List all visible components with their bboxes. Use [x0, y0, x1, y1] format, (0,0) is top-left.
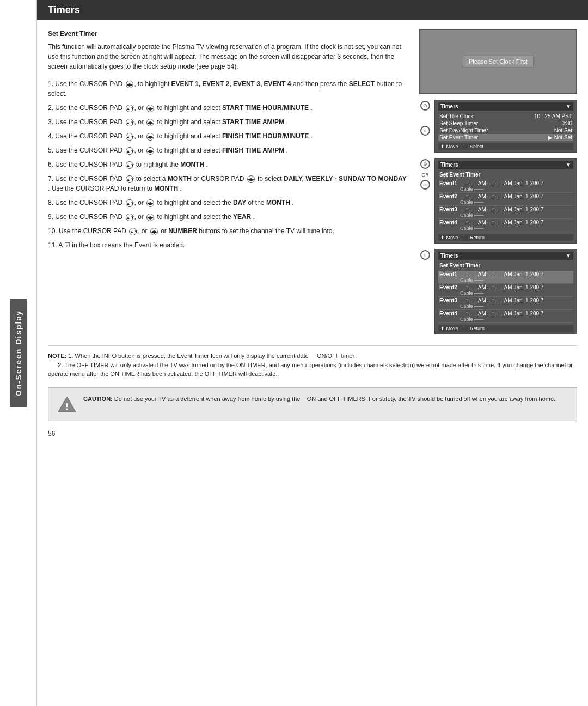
event-row: Event4 – : – – AM – : – – AM Jan. 1 200 …	[438, 219, 573, 232]
footer-move: ⬆ Move	[440, 144, 458, 149]
list-item: 5. Use the CURSOR PAD ▲▼, or ◀▶ to highl…	[48, 145, 408, 155]
cursor-pad-icon: ◀▶	[150, 228, 158, 235]
warning-triangle-icon: !	[57, 394, 77, 414]
screen4-icons: ○	[419, 249, 431, 260]
screen2-menu: Timers ▼ Set The Clock 10 : 25 AM PST Se…	[434, 100, 577, 153]
footer-return: ⬛ Return	[463, 235, 485, 240]
step-num: 8.	[48, 199, 55, 206]
screen3-wrapper: ⊖ OR ○· Timers ▼ Set Event Timer Event1 …	[419, 158, 577, 244]
menu-row: Set Day/Night Timer Not Set	[438, 127, 573, 134]
screen2-title: Timers ▼	[438, 102, 573, 111]
sidebar-label: On-Screen Display	[10, 299, 27, 407]
circle-icon-5: ○	[420, 250, 430, 260]
note-label: NOTE:	[48, 352, 66, 359]
row-label: Set The Clock	[439, 113, 474, 119]
steps-list: 1. Use the CURSOR PAD ◀▶, to highlight E…	[48, 79, 408, 250]
intro-paragraph: This function will automatically operate…	[48, 42, 408, 71]
cursor-pad-icon: ◀▶	[146, 133, 154, 141]
caution-label: CAUTION:	[83, 395, 113, 402]
cursor-pad-icon: ▲▼	[129, 228, 137, 235]
caution-body: Do not use your TV as a deterrent when a…	[114, 395, 555, 402]
caution-text: CAUTION: Do not use your TV as a deterre…	[83, 394, 555, 404]
menu-row: Set Sleep Timer 0:30	[438, 120, 573, 127]
screen4-title-text: Timers	[440, 253, 458, 259]
step-num: 7.	[48, 175, 55, 182]
step-num: 3.	[48, 118, 55, 126]
menu-row-highlighted: Set Event Timer ▶ Not Set	[438, 134, 573, 141]
screen2-title-text: Timers	[440, 104, 458, 109]
sidebar-line	[36, 0, 37, 706]
caution-box: ! CAUTION: Do not use your TV as a deter…	[48, 387, 577, 421]
sidebar: On-Screen Display	[0, 0, 37, 706]
event-source: Cable ——	[439, 303, 572, 309]
cursor-pad-icon: ◀▶	[146, 147, 154, 155]
event-source: Cable ——	[439, 186, 572, 192]
event-source: Cable ——	[439, 226, 572, 231]
cursor-pad-icon: ▲▼	[126, 214, 133, 221]
list-item: 3. Use the CURSOR PAD ▲▼, or ◀▶ to highl…	[48, 117, 408, 127]
circle-icon-1: ⊖	[420, 101, 430, 111]
event-name: Event4	[439, 220, 460, 226]
cursor-pad-icon: ▲▼	[126, 147, 133, 155]
screen2-wrapper: ⊖ ○ Timers ▼ Set The Clock 10 : 25 AM PS…	[419, 100, 577, 153]
list-item: 7. Use the CURSOR PAD ▲▼ to select a MON…	[48, 174, 408, 193]
event-row: Event2 – : – – AM – : – – AM Jan. 1 200 …	[438, 284, 573, 297]
screen3-title-text: Timers	[440, 162, 458, 168]
event-source: Cable ——	[439, 290, 572, 296]
row-label: Set Event Timer	[439, 135, 478, 141]
event-time: – : – – AM – : – – AM Jan. 1 200 7	[462, 180, 544, 186]
page-number: 56	[48, 430, 577, 437]
screen3-arrow: ▼	[566, 162, 571, 168]
row-value: 10 : 25 AM PST	[534, 113, 572, 119]
screen3-title: Timers ▼	[438, 161, 573, 169]
screen4-subtitle: Set Event Timer	[438, 262, 573, 269]
note-item-2: 2. The OFF TIMER will only activate if t…	[48, 362, 573, 378]
list-item: 11. A ☑ in the box means the Event is en…	[48, 240, 408, 250]
screen3-icons: ⊖ OR ○·	[419, 158, 431, 190]
cursor-pad-icon: ◀▶	[146, 105, 154, 112]
row-label: Set Sleep Timer	[439, 120, 478, 126]
step-num: 1.	[48, 80, 55, 88]
step-num: 6.	[48, 161, 55, 168]
event-source: Cable ——	[439, 212, 572, 218]
text-column: Set Event Timer This function will autom…	[48, 29, 408, 334]
event-row: Event4 – : – – AM – : – – AM Jan. 1 200 …	[438, 310, 573, 323]
screen1-tv: Please Set Clock First	[419, 29, 577, 94]
step-num: 4.	[48, 132, 55, 140]
event-row: Event3 – : – – AM – : – – AM Jan. 1 200 …	[438, 297, 573, 310]
event-name: Event3	[439, 206, 460, 212]
event-source: Cable ——	[439, 277, 572, 283]
event-name: Event3	[439, 297, 460, 303]
cursor-pad-icon: ◀▶	[247, 175, 255, 183]
list-item: 4. Use the CURSOR PAD ▲▼, or ◀▶ to highl…	[48, 131, 408, 141]
event-time: – : – – AM – : – – AM Jan. 1 200 7	[462, 297, 544, 303]
screen3-menu: Timers ▼ Set Event Timer Event1 – : – – …	[434, 158, 577, 244]
cursor-pad-icon: ◀▶	[146, 214, 154, 221]
footer-move: ⬆ Move	[440, 326, 458, 331]
circle-icon-3: ⊖	[420, 159, 430, 169]
step-num: 9.	[48, 213, 55, 221]
page-title: Timers	[37, 0, 588, 20]
caution-icon: !	[57, 394, 77, 414]
list-item: 9. Use the CURSOR PAD ▲▼, or ◀▶ to highl…	[48, 212, 408, 222]
event-name: Event4	[439, 311, 460, 317]
event-time: – : – – AM – : – – AM Jan. 1 200 7	[462, 193, 544, 199]
row-label: Set Day/Night Timer	[439, 127, 488, 133]
event-name: Event2	[439, 193, 460, 199]
row-value: 0:30	[562, 120, 572, 126]
list-item: 1. Use the CURSOR PAD ◀▶, to highlight E…	[48, 79, 408, 99]
row-value: Not Set	[554, 127, 572, 133]
step-num: 11.	[48, 241, 58, 249]
list-item: 8. Use the CURSOR PAD ▲▼, or ◀▶ to highl…	[48, 198, 408, 208]
screen2-footer: ⬆ Move ⬛ Select	[438, 143, 573, 150]
step-num: 10.	[48, 227, 59, 235]
section-title: Set Event Timer	[48, 29, 408, 39]
screen4-footer: ⬆ Move ⬛ Return	[438, 325, 573, 332]
bottom-note: NOTE: 1. When the INFO button is pressed…	[48, 345, 577, 379]
list-item: 2. Use the CURSOR PAD ▲▼, or ◀▶ to highl…	[48, 103, 408, 113]
cursor-pad-icon: ▲▼	[126, 105, 133, 112]
cursor-pad-icon: ◀▶	[146, 199, 154, 207]
event-row-highlighted: Event1 – : – – AM – : – – AM Jan. 1 200 …	[438, 271, 573, 284]
menu-row: Set The Clock 10 : 25 AM PST	[438, 113, 573, 120]
list-item: 10. Use the CURSOR PAD ▲▼, or ◀▶ or NUMB…	[48, 226, 408, 236]
